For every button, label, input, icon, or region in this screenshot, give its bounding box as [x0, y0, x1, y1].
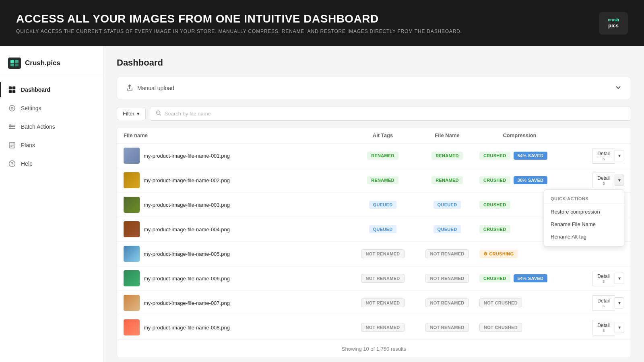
sidebar-item-settings[interactable]: Settings	[0, 99, 103, 117]
data-table: File name Alt Tags File Name Compression…	[117, 127, 631, 358]
filename-status-cell: QUEUED	[415, 225, 479, 233]
qa-rename-alt-tag[interactable]: Rename Alt tag	[544, 230, 624, 243]
action-cell: Details ▾	[560, 320, 624, 335]
dropdown-button[interactable]: ▾	[615, 273, 624, 284]
alt-tags-cell: NOT RENAMED	[351, 323, 415, 332]
qa-rename-file-name[interactable]: Rename File Name	[544, 218, 624, 230]
dropdown-button[interactable]: ▾	[615, 175, 624, 186]
search-icon	[156, 110, 161, 117]
sidebar-item-plans[interactable]: Plans	[0, 136, 103, 154]
sidebar-item-batch-actions[interactable]: Batch Actions	[0, 117, 103, 136]
quick-actions-dropdown: QUICK ACTIONS Restore compression Rename…	[544, 189, 624, 247]
upload-card[interactable]: Manual upload	[117, 77, 631, 99]
sidebar-brand: Crush.pics	[0, 53, 103, 77]
action-cell: Details ▾	[560, 295, 624, 311]
banner-subtext: QUICKLY ACCESS THE CURRENT STATUS OF EVE…	[16, 29, 462, 34]
upload-chevron-icon[interactable]	[615, 84, 622, 93]
file-name: my-product-image-file-name-003.png	[144, 202, 230, 208]
sidebar: Crush.pics Dashboard	[0, 46, 104, 362]
thumbnail	[124, 197, 140, 213]
saved-badge: 54% SAVED	[514, 274, 548, 282]
qa-restore-compression[interactable]: Restore compression	[544, 206, 624, 218]
plans-icon	[8, 141, 16, 149]
th-alttags: Alt Tags	[351, 132, 415, 138]
thumbnail	[124, 295, 140, 311]
svg-line-23	[159, 114, 161, 116]
sidebar-item-dashboard[interactable]: Dashboard	[0, 80, 103, 99]
file-cell: my-product-image-file-name-003.png	[124, 197, 351, 213]
action-cell: Details ▾ QUICK ACTIONS Restore compress…	[560, 173, 624, 188]
file-name: my-product-image-file-name-007.png	[144, 300, 230, 306]
filename-status-cell: RENAMED	[415, 176, 479, 184]
thumbnail	[124, 172, 140, 188]
settings-icon	[8, 104, 16, 112]
th-filename: File name	[124, 132, 351, 138]
alt-tags-badge: RENAMED	[367, 152, 398, 160]
svg-point-13	[9, 124, 11, 126]
th-compression: Compression	[479, 132, 560, 138]
filter-button[interactable]: Filter ▾	[117, 107, 146, 120]
detail-button[interactable]: Details	[592, 148, 615, 164]
file-name: my-product-image-file-name-006.png	[144, 276, 230, 282]
filename-status-cell: NOT RENAMED	[415, 274, 479, 283]
table-row: my-product-image-file-name-001.png RENAM…	[117, 144, 631, 168]
alt-tags-cell: NOT RENAMED	[351, 298, 415, 307]
alt-tags-cell: QUEUED	[351, 201, 415, 209]
svg-text:?: ?	[11, 162, 13, 166]
action-cell: Details ▾	[560, 271, 624, 286]
table-row: my-product-image-file-name-002.png RENAM…	[117, 168, 631, 193]
compression-badge: CRUSHED	[479, 201, 510, 209]
upload-left: Manual upload	[126, 84, 174, 93]
file-cell: my-product-image-file-name-001.png	[124, 148, 351, 164]
svg-point-14	[9, 126, 11, 128]
file-name: my-product-image-file-name-004.png	[144, 226, 230, 232]
search-box[interactable]: Search by file name	[150, 107, 631, 121]
compression-cell: CRUSHED 54% SAVED	[479, 152, 560, 160]
dropdown-button[interactable]: ▾	[615, 150, 624, 161]
filename-status-badge: QUEUED	[433, 225, 461, 233]
detail-button[interactable]: Details	[592, 295, 615, 311]
sidebar-brand-name: Crush.pics	[25, 59, 60, 67]
detail-button[interactable]: Details	[592, 271, 615, 286]
table-header: File name Alt Tags File Name Compression	[117, 128, 631, 144]
th-filenamecol: File Name	[415, 132, 479, 138]
table-row: my-product-image-file-name-006.png NOT R…	[117, 266, 631, 291]
sidebar-label-settings: Settings	[21, 105, 41, 111]
compression-badge: CRUSHED	[479, 176, 510, 184]
page-title: Dashboard	[117, 58, 631, 68]
detail-button[interactable]: Details	[592, 320, 615, 335]
thumbnail	[124, 148, 140, 164]
filename-status-badge: NOT RENAMED	[425, 298, 469, 307]
compression-cell: ⚙ CRUSHING	[479, 250, 560, 258]
compression-badge: NOT CRUSHED	[479, 298, 522, 307]
svg-rect-12	[9, 128, 15, 129]
detail-button[interactable]: Details	[592, 173, 615, 188]
file-cell: my-product-image-file-name-008.png	[124, 319, 351, 335]
file-cell: my-product-image-file-name-002.png	[124, 172, 351, 188]
filename-status-cell: NOT RENAMED	[415, 323, 479, 332]
compression-cell: NOT CRUSHED	[479, 298, 560, 307]
filename-status-badge: NOT RENAMED	[425, 249, 469, 258]
sidebar-label-dashboard: Dashboard	[21, 86, 50, 93]
alt-tags-cell: NOT RENAMED	[351, 249, 415, 258]
svg-point-22	[156, 111, 160, 115]
filename-status-badge: RENAMED	[431, 152, 463, 160]
sidebar-nav: Dashboard Settings	[0, 80, 103, 173]
filename-status-cell: RENAMED	[415, 152, 479, 160]
svg-rect-1	[15, 60, 19, 63]
dropdown-button[interactable]: ▾	[615, 297, 624, 309]
dropdown-button[interactable]: ▾	[615, 322, 624, 333]
banner-text: ACCESS ALL YOUR IMAGES FROM ONE INTUITIV…	[16, 12, 462, 34]
quick-actions-header: QUICK ACTIONS	[544, 193, 624, 204]
batch-actions-icon	[8, 123, 16, 131]
svg-rect-6	[9, 90, 12, 93]
filter-chevron-icon: ▾	[137, 111, 140, 117]
banner-headline: ACCESS ALL YOUR IMAGES FROM ONE INTUITIV…	[16, 12, 462, 25]
sidebar-item-help[interactable]: ? Help	[0, 154, 103, 173]
compression-badge: ⚙ CRUSHING	[479, 250, 518, 258]
file-name: my-product-image-file-name-002.png	[144, 177, 230, 183]
svg-point-8	[9, 105, 15, 111]
logo: crush pics	[599, 12, 628, 35]
compression-cell: CRUSHED 30% SAVED	[479, 176, 560, 184]
filename-status-badge: QUEUED	[433, 201, 461, 209]
